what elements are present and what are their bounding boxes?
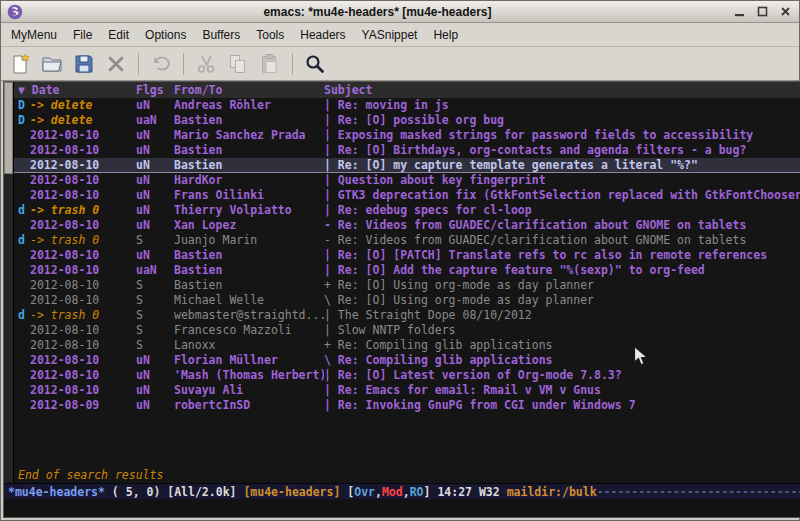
menu-item-file[interactable]: File [65,25,100,45]
search-icon [303,52,327,76]
minibuffer[interactable] [4,499,800,517]
message-row[interactable]: 2012-08-10uaNBastien| Re: [O] Add the ca… [14,263,800,278]
message-row[interactable]: D-> deleteuaNBastien| Re: [O] possible o… [14,113,800,128]
paste-button [255,50,285,78]
message-row[interactable]: 2012-08-10uNMario Sanchez Prada| Exposin… [14,128,800,143]
minimize-button[interactable] [732,4,747,19]
message-row[interactable]: d-> trash 0uNThierry Volpiatto| Re: edeb… [14,203,800,218]
maximize-button[interactable] [755,4,770,19]
emacs-frame: ▼ Date Flgs From/To Subject D-> deleteuN… [3,81,800,518]
message-mark [18,143,30,158]
message-from: Mario Sanchez Prada [174,128,324,143]
message-from: Bastien [174,263,324,278]
message-row[interactable]: 2012-08-10uNFrans Oilinki| GTK3 deprecat… [14,188,800,203]
message-row[interactable]: 2012-08-10SFrancesco Mazzoli| Slow NNTP … [14,323,800,338]
frame: ▼ Date Flgs From/To Subject D-> deleteuN… [1,81,799,520]
message-mark: d [18,203,30,218]
message-flags: uN [136,173,174,188]
message-mark [18,188,30,203]
open-folder-button[interactable] [37,50,67,78]
message-from: robertcInSD [174,398,324,413]
modeline-clock: 14:27 W32 [437,484,506,499]
column-header-subject[interactable]: Subject [324,82,800,98]
message-row[interactable]: 2012-08-10SMichael Welle\ Re: [O] Using … [14,293,800,308]
paste-icon [258,52,282,76]
message-flags: uN [136,128,174,143]
message-row[interactable]: 2012-08-10uNSuvayu Ali| Re: Emacs for em… [14,383,800,398]
message-row[interactable]: d-> trash 0SJuanjo Marin- Re: Videos fro… [14,233,800,248]
title-bar[interactable]: emacs: *mu4e-headers* [mu4e-headers] [1,1,799,23]
message-from: webmaster@straightd... [174,308,324,323]
message-date: 2012-08-10 [30,353,136,368]
message-flags: uN [136,188,174,203]
message-mark [18,278,30,293]
message-date: -> trash 0 [30,308,136,323]
menu-item-edit[interactable]: Edit [100,25,137,45]
message-mark [18,263,30,278]
message-date: 2012-08-10 [30,188,136,203]
message-subject: | GTK3 deprecation fix (GtkFontSelection… [324,188,800,203]
message-row[interactable]: 2012-08-10uNBastien| Re: [O] [PATCH] Tra… [14,248,800,263]
modeline-separator-1: , [375,484,382,499]
message-list: D-> deleteuNAndreas Röhler| Re: moving i… [14,98,800,468]
message-row[interactable]: 2012-08-10SBastien+ Re: [O] Using org-mo… [14,278,800,293]
message-date: 2012-08-10 [30,173,136,188]
message-date: 2012-08-10 [30,323,136,338]
message-flags: uN [136,398,174,413]
modeline-maildir: maildir:/bulk [507,484,597,499]
message-subject: | Re: [O] [PATCH] Translate refs to rc a… [324,248,800,263]
message-row[interactable]: 2012-08-10uNBastien| Re: [O] Birthdays, … [14,143,800,158]
message-flags: uN [136,368,174,383]
new-file-button[interactable] [5,50,35,78]
message-row[interactable]: 2012-08-10SLanoxx+ Re: Compiling glib ap… [14,338,800,353]
message-date: -> trash 0 [30,233,136,248]
message-date: 2012-08-09 [30,398,136,413]
message-row[interactable]: 2012-08-10uNFlorian Müllner\ Re: Compili… [14,353,800,368]
scrollbar[interactable] [4,82,14,483]
message-subject: | Re: Emacs for email: Rmail v VM v Gnus [324,383,800,398]
menu-item-mymenu[interactable]: MyMenu [3,25,65,45]
column-header-date[interactable]: ▼ Date [18,82,136,98]
scrollbar-thumb[interactable] [4,82,13,174]
message-mark: D [18,113,30,128]
menu-item-help[interactable]: Help [425,25,466,45]
message-flags: uN [136,383,174,398]
message-subject: | Re: edebug specs for cl-loop [324,203,800,218]
message-row[interactable]: 2012-08-09uNrobertcInSD| Re: Invoking Gn… [14,398,800,413]
menu-item-headers[interactable]: Headers [292,25,353,45]
message-mark [18,128,30,143]
message-date: 2012-08-10 [30,278,136,293]
search-button[interactable] [300,50,330,78]
message-row[interactable]: d-> trash 0Swebmaster@straightd...| The … [14,308,800,323]
close-window-button[interactable] [778,4,793,19]
modeline-query-count: [All/2.0k] [167,484,243,499]
column-header-from[interactable]: From/To [174,82,324,98]
message-row[interactable]: D-> deleteuNAndreas Röhler| Re: moving i… [14,98,800,113]
message-from: Bastien [174,143,324,158]
message-mark [18,383,30,398]
column-header-flags[interactable]: Flgs [136,82,174,98]
menu-item-tools[interactable]: Tools [248,25,292,45]
menu-item-buffers[interactable]: Buffers [194,25,248,45]
menu-item-options[interactable]: Options [137,25,194,45]
close-button[interactable] [101,50,131,78]
message-row[interactable]: 2012-08-10uNBastien| Re: [O] my capture … [14,158,800,173]
modeline-modified-flag: Mod [382,484,403,499]
close-icon [104,52,128,76]
message-row[interactable]: 2012-08-10uNHardKor| Question about key … [14,173,800,188]
save-button[interactable] [69,50,99,78]
message-mark: D [18,98,30,113]
message-mark [18,323,30,338]
message-from: Florian Müllner [174,353,324,368]
menu-item-yasnippet[interactable]: YASnippet [354,25,426,45]
message-row[interactable]: 2012-08-10uN'Mash (Thomas Herbert)| Re: … [14,368,800,383]
message-subject: | The Straight Dope 08/10/2012 [324,308,800,323]
modeline-separator-2: , [403,484,410,499]
message-row[interactable]: 2012-08-10uNXan Lopez- Re: Videos from G… [14,218,800,233]
modeline-buffer-name: *mu4e-headers* [8,484,105,499]
message-subject: + Re: Compiling glib applications [324,338,800,353]
message-flags: S [136,323,174,338]
message-flags: S [136,338,174,353]
message-from: Frans Oilinki [174,188,324,203]
message-mark [18,158,30,172]
